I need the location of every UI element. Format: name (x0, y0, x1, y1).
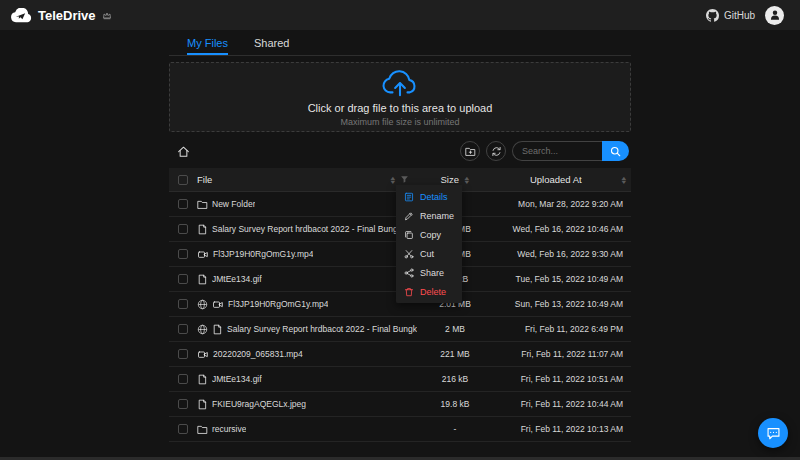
file-uploaded-at: Mon, Mar 28, 2022 9:20 AM (493, 199, 631, 209)
app-header: TeleDrive GitHub (0, 0, 800, 30)
file-name[interactable]: JMtEe134.gif (212, 274, 262, 284)
file-icon (212, 324, 223, 335)
menu-item-delete[interactable]: Delete (396, 282, 462, 301)
file-row[interactable]: JMtEe134.gif216 kBFri, Feb 11, 2022 10:5… (169, 367, 631, 392)
row-checkbox[interactable] (178, 224, 188, 234)
crown-icon[interactable] (102, 10, 112, 20)
file-uploaded-at: Fri, Feb 11, 2022 10:51 AM (493, 374, 631, 384)
refresh-button[interactable] (486, 141, 506, 161)
file-uploaded-at: Tue, Feb 15, 2022 10:49 AM (493, 274, 631, 284)
file-name[interactable]: JMtEe134.gif (212, 374, 262, 384)
file-uploaded-at: Wed, Feb 16, 2022 9:30 AM (493, 249, 631, 259)
caret-down-icon: ▼ (388, 180, 396, 184)
file-name[interactable]: Salary Survey Report hrdbacot 2022 - Fin… (212, 224, 417, 234)
trash-icon (404, 287, 414, 297)
file-uploaded-at: Fri, Feb 11, 2022 6:49 PM (493, 324, 631, 334)
row-checkbox[interactable] (178, 399, 188, 409)
file-row[interactable]: Salary Survey Report hrdbacot 2022 - Fin… (169, 317, 631, 342)
edit-icon (404, 211, 414, 221)
video-icon (197, 349, 209, 360)
column-header-file[interactable]: File ▲▼ (197, 174, 417, 185)
home-icon (177, 145, 190, 158)
app-title: TeleDrive (38, 8, 96, 23)
sync-icon (491, 146, 502, 157)
github-icon (706, 9, 719, 22)
tab-shared[interactable]: Shared (254, 37, 289, 55)
column-header-size[interactable]: Size ▲▼ (417, 174, 493, 185)
file-icon (197, 399, 208, 410)
upload-text: Click or drag file to this area to uploa… (308, 102, 493, 114)
upload-hint: Maximum file size is unlimited (340, 117, 459, 127)
row-checkbox[interactable] (178, 349, 188, 359)
brand[interactable]: TeleDrive (10, 8, 112, 23)
file-name[interactable]: New Folder (212, 199, 255, 209)
select-all-checkbox[interactable] (178, 175, 188, 185)
search-icon (610, 146, 621, 157)
file-size: 216 kB (417, 374, 493, 384)
tabs: My FilesShared (169, 30, 631, 56)
tab-my-files[interactable]: My Files (187, 37, 228, 55)
file-uploaded-at: Fri, Feb 11, 2022 11:07 AM (493, 349, 631, 359)
menu-item-copy[interactable]: Copy (396, 225, 462, 244)
new-folder-button[interactable] (460, 141, 480, 161)
copy-icon (404, 230, 414, 240)
file-size: - (417, 424, 493, 434)
file-uploaded-at: Wed, Feb 16, 2022 10:46 AM (493, 224, 631, 234)
globe-icon (197, 324, 208, 335)
row-checkbox[interactable] (178, 324, 188, 334)
file-uploaded-at: Sun, Feb 13, 2022 10:49 AM (493, 299, 631, 309)
share-icon (404, 268, 414, 278)
file-size: 221 MB (417, 349, 493, 359)
search-group (512, 141, 629, 161)
filter-icon[interactable] (400, 175, 409, 184)
upload-dropzone[interactable]: Click or drag file to this area to uploa… (169, 62, 631, 132)
file-name[interactable]: 20220209_065831.mp4 (213, 349, 303, 359)
folder-icon (197, 424, 208, 435)
file-row[interactable]: FKIEU9ragAQEGLx.jpeg19.8 kBFri, Feb 11, … (169, 392, 631, 417)
row-checkbox[interactable] (178, 249, 188, 259)
caret-down-icon: ▼ (463, 180, 471, 184)
row-checkbox[interactable] (178, 199, 188, 209)
uploaded-sort-control[interactable]: ▲▼ (621, 176, 626, 184)
file-name[interactable]: recursive (212, 424, 246, 434)
menu-item-rename[interactable]: Rename (396, 206, 462, 225)
globe-icon (197, 299, 208, 310)
row-checkbox[interactable] (178, 374, 188, 384)
file-name[interactable]: FKIEU9ragAQEGLx.jpeg (212, 399, 306, 409)
menu-item-details[interactable]: Details (396, 187, 462, 206)
video-icon (212, 299, 224, 310)
user-icon (769, 9, 781, 21)
row-checkbox[interactable] (178, 299, 188, 309)
scissors-icon (404, 249, 414, 259)
folder-icon (197, 199, 208, 210)
file-size: 2 MB (417, 324, 493, 334)
file-icon (197, 274, 208, 285)
column-header-uploaded[interactable]: Uploaded At ▲▼ (493, 174, 631, 185)
file-icon (197, 224, 208, 235)
home-button[interactable] (177, 145, 190, 158)
menu-item-cut[interactable]: Cut (396, 244, 462, 263)
contact-us-button[interactable] (758, 418, 788, 448)
file-size: 19.8 kB (417, 399, 493, 409)
file-icon (197, 374, 208, 385)
caret-down-icon: ▼ (619, 180, 627, 184)
file-name[interactable]: Fl3JP19H0RgOmG1y.mp4 (228, 299, 328, 309)
search-input[interactable] (512, 141, 602, 161)
context-menu: DetailsRenameCopyCutShareDelete (396, 185, 462, 303)
file-row[interactable]: recursive-Fri, Feb 11, 2022 10:13 AM (169, 417, 631, 442)
cloud-upload-icon (381, 68, 419, 98)
avatar[interactable] (765, 6, 784, 25)
github-link[interactable]: GitHub (706, 9, 755, 22)
video-icon (197, 249, 209, 260)
menu-item-share[interactable]: Share (396, 263, 462, 282)
file-row[interactable]: 20220209_065831.mp4221 MBFri, Feb 11, 20… (169, 342, 631, 367)
file-name[interactable]: Salary Survey Report hrdbacot 2022 - Fin… (227, 324, 417, 334)
row-checkbox[interactable] (178, 274, 188, 284)
file-name[interactable]: Fl3JP19H0RgOmG1y.mp4 (213, 249, 313, 259)
file-sort-control[interactable]: ▲▼ (390, 176, 395, 184)
search-button[interactable] (602, 141, 629, 161)
row-checkbox[interactable] (178, 424, 188, 434)
teledrive-logo-icon (10, 8, 32, 23)
folder-add-icon (465, 146, 476, 157)
size-sort-control[interactable]: ▲▼ (464, 176, 469, 184)
